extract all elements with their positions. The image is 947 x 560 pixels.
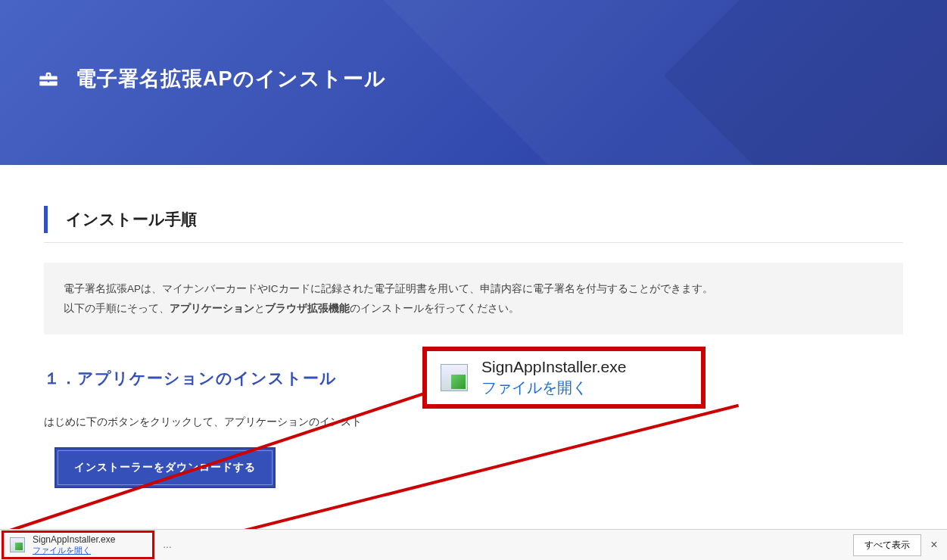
note-text: のインストールを行ってください。 (350, 303, 519, 314)
hero-banner: 電子署名拡張APのインストール (0, 0, 947, 165)
installer-icon (10, 537, 25, 552)
note-text: 以下の手順にそって、 (64, 303, 170, 314)
note-line-2: 以下の手順にそって、アプリケーションとブラウザ拡張機能のインストールを行ってくだ… (64, 299, 883, 319)
close-download-bar-button[interactable]: × (921, 538, 947, 552)
toolbox-icon (38, 68, 59, 89)
info-note: 電子署名拡張APは、マイナンバーカードやICカードに記録された電子証明書を用いて… (44, 263, 903, 334)
note-text: と (254, 303, 265, 314)
step-1-intro: はじめに下のボタンをクリックして、アプリケーションのインスト (44, 412, 903, 432)
page-title: 電子署名拡張APのインストール (76, 65, 386, 92)
installer-icon (441, 364, 468, 391)
download-filename: SignAppInstaller.exe (33, 534, 115, 545)
download-open-link[interactable]: ファイルを開く (33, 545, 115, 556)
show-all-downloads-button[interactable]: すべて表示 (853, 534, 921, 556)
divider (44, 242, 903, 243)
note-bold: ブラウザ拡張機能 (265, 303, 350, 314)
download-bar-rest: … すべて表示 × (154, 530, 947, 560)
section-heading: インストール手順 (44, 206, 903, 233)
ellipsis: … (163, 540, 172, 550)
browser-download-bar: SignAppInstaller.exe ファイルを開く … すべて表示 × (0, 529, 947, 560)
note-bold: アプリケーション (170, 303, 254, 314)
download-chip[interactable]: SignAppInstaller.exe ファイルを開く (2, 530, 154, 559)
callout-open-link[interactable]: ファイルを開く (481, 378, 626, 398)
note-line-1: 電子署名拡張APは、マイナンバーカードやICカードに記録された電子証明書を用いて… (64, 279, 883, 299)
download-callout: SignAppInstaller.exe ファイルを開く (422, 347, 706, 409)
callout-filename: SignAppInstaller.exe (481, 358, 626, 376)
